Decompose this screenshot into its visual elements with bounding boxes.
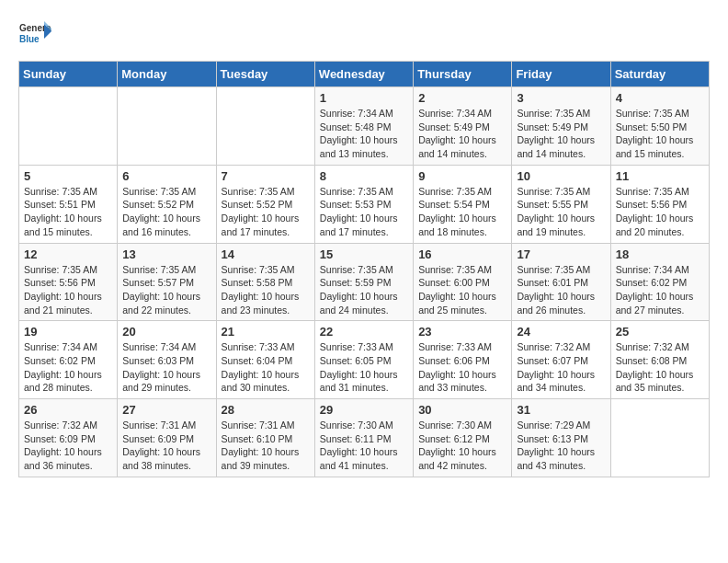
calendar-cell: 4 Sunrise: 7:35 AMSunset: 5:50 PMDayligh… <box>610 87 709 166</box>
day-info: Sunrise: 7:34 AMSunset: 6:02 PMDaylight:… <box>616 263 704 317</box>
calendar-cell: 31 Sunrise: 7:29 AMSunset: 6:13 PMDaylig… <box>512 399 610 477</box>
day-number: 6 <box>122 169 210 183</box>
week-row-5: 26 Sunrise: 7:32 AMSunset: 6:09 PMDaylig… <box>19 399 710 477</box>
day-info: Sunrise: 7:34 AMSunset: 6:02 PMDaylight:… <box>24 340 112 395</box>
day-number: 15 <box>320 247 408 261</box>
day-info: Sunrise: 7:31 AMSunset: 6:09 PMDaylight:… <box>122 419 210 473</box>
day-number: 3 <box>517 91 605 105</box>
day-info: Sunrise: 7:31 AMSunset: 6:10 PMDaylight:… <box>222 419 310 473</box>
day-info: Sunrise: 7:32 AMSunset: 6:07 PMDaylight:… <box>517 340 605 395</box>
week-row-3: 12 Sunrise: 7:35 AMSunset: 5:56 PMDaylig… <box>19 243 710 321</box>
day-info: Sunrise: 7:30 AMSunset: 6:11 PMDaylight:… <box>320 419 408 473</box>
calendar-cell: 19 Sunrise: 7:34 AMSunset: 6:02 PMDaylig… <box>19 321 118 399</box>
day-number: 24 <box>517 325 605 339</box>
day-number: 10 <box>517 169 605 183</box>
day-number: 20 <box>122 325 210 339</box>
day-number: 30 <box>418 403 506 417</box>
day-number: 27 <box>122 403 210 417</box>
week-row-1: 1 Sunrise: 7:34 AMSunset: 5:48 PMDayligh… <box>19 87 710 166</box>
calendar-cell: 14 Sunrise: 7:35 AMSunset: 5:58 PMDaylig… <box>216 243 314 321</box>
day-number: 2 <box>418 91 506 105</box>
day-info: Sunrise: 7:34 AMSunset: 6:03 PMDaylight:… <box>122 340 210 395</box>
calendar-cell: 12 Sunrise: 7:35 AMSunset: 5:56 PMDaylig… <box>19 243 118 321</box>
calendar-cell: 13 Sunrise: 7:35 AMSunset: 5:57 PMDaylig… <box>118 243 216 321</box>
day-info: Sunrise: 7:33 AMSunset: 6:05 PMDaylight:… <box>320 340 408 395</box>
day-info: Sunrise: 7:35 AMSunset: 5:57 PMDaylight:… <box>122 263 210 317</box>
day-info: Sunrise: 7:35 AMSunset: 5:52 PMDaylight:… <box>222 185 310 239</box>
logo-svg: General Blue <box>18 18 51 52</box>
calendar-cell: 10 Sunrise: 7:35 AMSunset: 5:55 PMDaylig… <box>512 165 610 243</box>
day-info: Sunrise: 7:35 AMSunset: 5:56 PMDaylight:… <box>616 185 704 239</box>
calendar-cell: 17 Sunrise: 7:35 AMSunset: 6:01 PMDaylig… <box>512 243 610 321</box>
calendar-cell: 16 Sunrise: 7:35 AMSunset: 6:00 PMDaylig… <box>414 243 512 321</box>
day-number: 7 <box>222 169 310 183</box>
calendar-cell: 21 Sunrise: 7:33 AMSunset: 6:04 PMDaylig… <box>216 321 314 399</box>
day-info: Sunrise: 7:35 AMSunset: 5:54 PMDaylight:… <box>418 185 506 239</box>
day-number: 13 <box>122 247 210 261</box>
day-number: 16 <box>418 247 506 261</box>
calendar-cell: 5 Sunrise: 7:35 AMSunset: 5:51 PMDayligh… <box>19 165 118 243</box>
calendar-cell: 23 Sunrise: 7:33 AMSunset: 6:06 PMDaylig… <box>414 321 512 399</box>
day-info: Sunrise: 7:35 AMSunset: 5:59 PMDaylight:… <box>320 263 408 317</box>
header-row: SundayMondayTuesdayWednesdayThursdayFrid… <box>19 62 710 87</box>
calendar-cell: 3 Sunrise: 7:35 AMSunset: 5:49 PMDayligh… <box>512 87 610 166</box>
day-number: 18 <box>616 247 704 261</box>
day-info: Sunrise: 7:32 AMSunset: 6:08 PMDaylight:… <box>616 340 704 395</box>
day-info: Sunrise: 7:29 AMSunset: 6:13 PMDaylight:… <box>517 419 605 473</box>
day-info: Sunrise: 7:34 AMSunset: 5:48 PMDaylight:… <box>320 107 408 161</box>
day-number: 22 <box>320 325 408 339</box>
header-cell-wednesday: Wednesday <box>314 62 413 87</box>
day-number: 1 <box>320 91 408 105</box>
day-number: 4 <box>616 91 704 105</box>
day-number: 19 <box>24 325 112 339</box>
header-cell-sunday: Sunday <box>19 62 118 87</box>
calendar-cell <box>610 399 709 477</box>
calendar-cell: 29 Sunrise: 7:30 AMSunset: 6:11 PMDaylig… <box>314 399 413 477</box>
calendar-cell: 28 Sunrise: 7:31 AMSunset: 6:10 PMDaylig… <box>216 399 314 477</box>
calendar-cell: 30 Sunrise: 7:30 AMSunset: 6:12 PMDaylig… <box>414 399 512 477</box>
day-info: Sunrise: 7:33 AMSunset: 6:06 PMDaylight:… <box>418 340 506 395</box>
header-cell-monday: Monday <box>118 62 216 87</box>
week-row-2: 5 Sunrise: 7:35 AMSunset: 5:51 PMDayligh… <box>19 165 710 243</box>
day-info: Sunrise: 7:35 AMSunset: 5:52 PMDaylight:… <box>122 185 210 239</box>
header-cell-tuesday: Tuesday <box>216 62 314 87</box>
day-number: 12 <box>24 247 112 261</box>
day-info: Sunrise: 7:35 AMSunset: 5:56 PMDaylight:… <box>24 263 112 317</box>
calendar-cell: 7 Sunrise: 7:35 AMSunset: 5:52 PMDayligh… <box>216 165 314 243</box>
calendar-cell <box>216 87 314 166</box>
day-info: Sunrise: 7:35 AMSunset: 6:01 PMDaylight:… <box>517 263 605 317</box>
week-row-4: 19 Sunrise: 7:34 AMSunset: 6:02 PMDaylig… <box>19 321 710 399</box>
calendar-cell: 11 Sunrise: 7:35 AMSunset: 5:56 PMDaylig… <box>610 165 709 243</box>
day-info: Sunrise: 7:35 AMSunset: 5:58 PMDaylight:… <box>222 263 310 317</box>
calendar-cell <box>118 87 216 166</box>
header-cell-thursday: Thursday <box>414 62 512 87</box>
day-number: 21 <box>222 325 310 339</box>
header-cell-friday: Friday <box>512 62 610 87</box>
calendar-cell: 22 Sunrise: 7:33 AMSunset: 6:05 PMDaylig… <box>314 321 413 399</box>
calendar-cell: 24 Sunrise: 7:32 AMSunset: 6:07 PMDaylig… <box>512 321 610 399</box>
day-number: 23 <box>418 325 506 339</box>
calendar-cell: 27 Sunrise: 7:31 AMSunset: 6:09 PMDaylig… <box>118 399 216 477</box>
day-number: 14 <box>222 247 310 261</box>
svg-text:Blue: Blue <box>19 34 40 44</box>
day-info: Sunrise: 7:35 AMSunset: 6:00 PMDaylight:… <box>418 263 506 317</box>
calendar-cell: 1 Sunrise: 7:34 AMSunset: 5:48 PMDayligh… <box>314 87 413 166</box>
day-number: 26 <box>24 403 112 417</box>
header-cell-saturday: Saturday <box>610 62 709 87</box>
calendar-cell: 20 Sunrise: 7:34 AMSunset: 6:03 PMDaylig… <box>118 321 216 399</box>
day-info: Sunrise: 7:32 AMSunset: 6:09 PMDaylight:… <box>24 419 112 473</box>
calendar-cell: 8 Sunrise: 7:35 AMSunset: 5:53 PMDayligh… <box>314 165 413 243</box>
day-info: Sunrise: 7:35 AMSunset: 5:49 PMDaylight:… <box>517 107 605 161</box>
day-number: 25 <box>616 325 704 339</box>
calendar-cell: 18 Sunrise: 7:34 AMSunset: 6:02 PMDaylig… <box>610 243 709 321</box>
day-info: Sunrise: 7:35 AMSunset: 5:53 PMDaylight:… <box>320 185 408 239</box>
day-number: 28 <box>222 403 310 417</box>
day-number: 17 <box>517 247 605 261</box>
calendar-cell: 2 Sunrise: 7:34 AMSunset: 5:49 PMDayligh… <box>414 87 512 166</box>
calendar-cell: 25 Sunrise: 7:32 AMSunset: 6:08 PMDaylig… <box>610 321 709 399</box>
day-info: Sunrise: 7:35 AMSunset: 5:50 PMDaylight:… <box>616 107 704 161</box>
calendar-cell <box>19 87 118 166</box>
day-info: Sunrise: 7:35 AMSunset: 5:55 PMDaylight:… <box>517 185 605 239</box>
calendar-cell: 15 Sunrise: 7:35 AMSunset: 5:59 PMDaylig… <box>314 243 413 321</box>
calendar-cell: 9 Sunrise: 7:35 AMSunset: 5:54 PMDayligh… <box>414 165 512 243</box>
